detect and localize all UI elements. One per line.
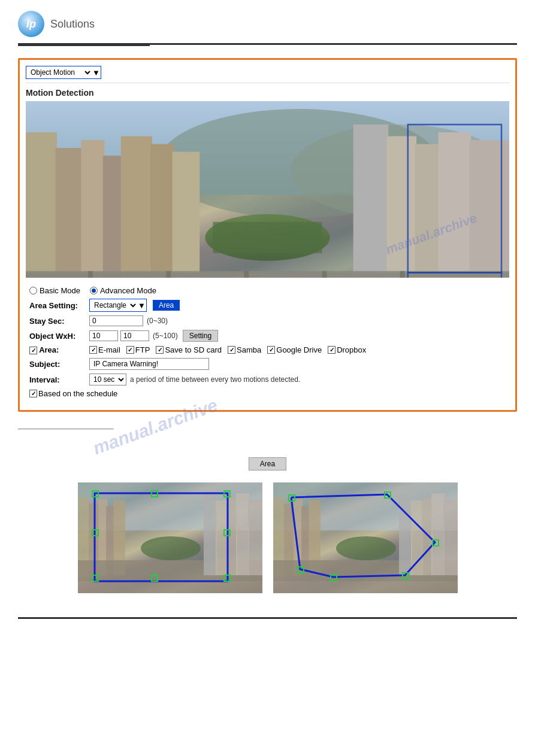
object-wxh-label: Object WxH: xyxy=(29,332,89,341)
header-underline xyxy=(18,45,150,46)
area-button-2[interactable]: Area xyxy=(249,457,286,470)
advanced-mode-radio[interactable] xyxy=(90,287,98,294)
main-content: Object Motion Basic Motion Audio Detecti… xyxy=(0,52,535,599)
mode-radio-group: Basic Mode Advanced Mode xyxy=(29,286,156,295)
mode-select[interactable]: Object Motion Basic Motion Audio Detecti… xyxy=(27,67,92,78)
stay-sec-row: Stay Sec: (0~30) xyxy=(29,315,506,326)
thumbnail-1 xyxy=(78,482,262,593)
subject-input[interactable] xyxy=(89,358,209,370)
interval-select[interactable]: 10 sec 30 sec 1 min xyxy=(89,374,126,385)
ftp-checkbox[interactable] xyxy=(126,346,134,354)
basic-mode-radio[interactable] xyxy=(29,287,37,294)
rectangle-chevron-icon: ▼ xyxy=(138,301,146,310)
samba-checkbox[interactable] xyxy=(228,346,235,354)
svg-rect-14 xyxy=(470,140,509,278)
object-h-input[interactable] xyxy=(120,330,149,341)
svg-rect-8 xyxy=(150,144,174,278)
wxh-hint: (5~100) xyxy=(153,332,178,340)
notify-checkboxes: E-mail FTP Save to SD card Samba xyxy=(89,345,370,354)
samba-checkbox-item[interactable]: Samba xyxy=(228,345,261,354)
area-setting-row: Area Setting: Rectangle ▼ Area xyxy=(29,299,506,312)
dropbox-checkbox-item[interactable]: Dropbox xyxy=(328,345,366,354)
ftp-label: FTP xyxy=(135,345,150,354)
stay-sec-hint: (0~30) xyxy=(147,317,168,325)
rectangle-select[interactable]: Rectangle xyxy=(90,300,138,311)
gdrive-checkbox-item[interactable]: Google Drive xyxy=(267,345,322,354)
thumbnail-2 xyxy=(273,482,458,593)
divider-1 xyxy=(18,429,114,430)
svg-rect-4 xyxy=(55,148,83,278)
dropbox-label: Dropbox xyxy=(337,345,366,354)
object-wxh-row: Object WxH: (5~100) Setting xyxy=(29,330,506,342)
svg-rect-59 xyxy=(411,500,423,575)
area-checkbox-row: Area: E-mail FTP Save to SD card xyxy=(29,345,506,354)
svg-rect-13 xyxy=(439,132,471,278)
logo-icon: ip xyxy=(18,11,44,37)
basic-mode-option[interactable]: Basic Mode xyxy=(29,286,80,295)
stay-sec-input[interactable] xyxy=(89,315,143,326)
svg-rect-22 xyxy=(322,271,327,278)
svg-rect-23 xyxy=(400,271,405,278)
sd-checkbox-item[interactable]: Save to SD card xyxy=(156,345,222,354)
advanced-mode-option[interactable]: Advanced Mode xyxy=(90,286,156,295)
area-btn-row: Area xyxy=(18,457,517,470)
mode-row: Basic Mode Advanced Mode xyxy=(29,286,506,295)
svg-rect-61 xyxy=(431,493,445,575)
svg-rect-60 xyxy=(422,497,433,575)
ftp-checkbox-item[interactable]: FTP xyxy=(126,345,150,354)
svg-rect-38 xyxy=(236,493,249,575)
section-label: Motion Detection xyxy=(26,88,509,98)
camera-view: manual.archive xyxy=(26,101,509,278)
logo-text: Solutions xyxy=(50,18,95,31)
object-w-input[interactable] xyxy=(89,330,118,341)
svg-rect-39 xyxy=(248,499,262,575)
logo: ip Solutions xyxy=(18,11,95,37)
schedule-row: Based on the schedule xyxy=(29,389,506,398)
svg-rect-16 xyxy=(213,222,322,253)
interval-label: Interval: xyxy=(29,375,89,384)
email-checkbox[interactable] xyxy=(89,346,97,354)
area-checkbox-label: Area: xyxy=(39,345,59,354)
sd-label: Save to SD card xyxy=(165,345,222,354)
bottom-images xyxy=(18,482,517,593)
svg-rect-9 xyxy=(173,152,200,278)
interval-hint: a period of time between every two motio… xyxy=(130,375,300,384)
camera-overlay-svg xyxy=(26,101,509,278)
area-button-1[interactable]: Area xyxy=(153,300,180,311)
dropbox-checkbox[interactable] xyxy=(328,346,335,354)
watermark-section: manual.archive xyxy=(18,423,517,447)
orange-panel: Object Motion Basic Motion Audio Detecti… xyxy=(18,58,517,412)
svg-rect-11 xyxy=(387,136,416,278)
area-main-checkbox[interactable] xyxy=(29,347,37,354)
schedule-checkbox[interactable] xyxy=(29,390,37,397)
svg-rect-10 xyxy=(353,125,389,278)
schedule-checkbox-item[interactable]: Based on the schedule xyxy=(29,389,117,398)
thumb1-overlay xyxy=(78,482,262,593)
rectangle-select-wrapper[interactable]: Rectangle ▼ xyxy=(89,299,147,312)
svg-rect-58 xyxy=(399,494,412,575)
advanced-mode-label: Advanced Mode xyxy=(100,286,156,295)
svg-rect-6 xyxy=(103,156,123,278)
svg-rect-35 xyxy=(204,494,217,575)
svg-rect-3 xyxy=(26,132,57,278)
svg-rect-36 xyxy=(216,500,228,575)
svg-rect-19 xyxy=(88,271,93,278)
stay-sec-label: Stay Sec: xyxy=(29,317,89,326)
thumb2-overlay xyxy=(273,482,458,593)
svg-rect-7 xyxy=(121,136,152,278)
svg-rect-12 xyxy=(415,144,440,278)
basic-mode-label: Basic Mode xyxy=(40,286,80,295)
svg-rect-20 xyxy=(166,271,171,278)
schedule-label: Based on the schedule xyxy=(38,389,117,398)
email-checkbox-item[interactable]: E-mail xyxy=(89,345,120,354)
interval-row: Interval: 10 sec 30 sec 1 min a period o… xyxy=(29,374,506,385)
area-setting-label: Area Setting: xyxy=(29,301,89,310)
header: ip Solutions xyxy=(0,0,535,43)
settings-area: Basic Mode Advanced Mode Area Setting: R… xyxy=(26,284,509,404)
sd-checkbox[interactable] xyxy=(156,346,164,354)
setting-button[interactable]: Setting xyxy=(183,330,218,342)
mode-select-wrapper[interactable]: Object Motion Basic Motion Audio Detecti… xyxy=(26,66,101,79)
svg-rect-57 xyxy=(273,581,458,593)
gdrive-checkbox[interactable] xyxy=(267,346,275,354)
svg-rect-34 xyxy=(78,581,262,593)
